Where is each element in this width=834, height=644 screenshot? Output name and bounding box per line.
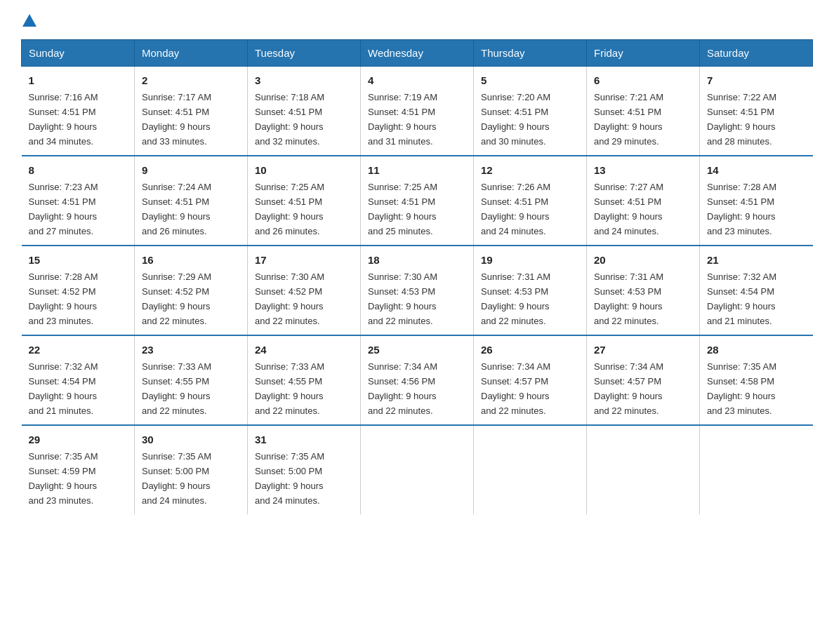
day-cell: 10Sunrise: 7:25 AMSunset: 4:51 PMDayligh…	[248, 156, 361, 246]
day-info: Sunrise: 7:28 AMSunset: 4:52 PMDaylight:…	[29, 271, 98, 326]
day-info: Sunrise: 7:22 AMSunset: 4:51 PMDaylight:…	[707, 92, 776, 147]
day-cell: 11Sunrise: 7:25 AMSunset: 4:51 PMDayligh…	[361, 156, 474, 246]
day-number: 17	[255, 252, 353, 268]
day-cell: 13Sunrise: 7:27 AMSunset: 4:51 PMDayligh…	[587, 156, 700, 246]
week-row-2: 8Sunrise: 7:23 AMSunset: 4:51 PMDaylight…	[22, 156, 813, 246]
day-number: 25	[368, 342, 466, 358]
day-cell: 21Sunrise: 7:32 AMSunset: 4:54 PMDayligh…	[700, 246, 813, 335]
day-info: Sunrise: 7:32 AMSunset: 4:54 PMDaylight:…	[29, 361, 98, 416]
day-cell	[474, 425, 587, 514]
day-info: Sunrise: 7:33 AMSunset: 4:55 PMDaylight:…	[255, 361, 324, 416]
day-number: 13	[594, 162, 692, 178]
day-number: 19	[481, 252, 579, 268]
day-info: Sunrise: 7:25 AMSunset: 4:51 PMDaylight:…	[368, 182, 437, 236]
day-info: Sunrise: 7:20 AMSunset: 4:51 PMDaylight:…	[481, 92, 550, 147]
header-sunday: Sunday	[22, 40, 135, 67]
day-cell: 24Sunrise: 7:33 AMSunset: 4:55 PMDayligh…	[248, 335, 361, 425]
week-row-4: 22Sunrise: 7:32 AMSunset: 4:54 PMDayligh…	[22, 335, 813, 425]
day-info: Sunrise: 7:28 AMSunset: 4:51 PMDaylight:…	[707, 182, 776, 236]
day-info: Sunrise: 7:35 AMSunset: 4:58 PMDaylight:…	[707, 361, 776, 416]
header-saturday: Saturday	[700, 40, 813, 67]
day-number: 2	[142, 72, 240, 88]
day-cell: 16Sunrise: 7:29 AMSunset: 4:52 PMDayligh…	[135, 246, 248, 335]
day-cell: 19Sunrise: 7:31 AMSunset: 4:53 PMDayligh…	[474, 246, 587, 335]
week-row-3: 15Sunrise: 7:28 AMSunset: 4:52 PMDayligh…	[22, 246, 813, 335]
day-number: 21	[707, 252, 806, 268]
day-info: Sunrise: 7:35 AMSunset: 5:00 PMDaylight:…	[255, 451, 324, 506]
day-info: Sunrise: 7:26 AMSunset: 4:51 PMDaylight:…	[481, 182, 550, 236]
day-cell: 8Sunrise: 7:23 AMSunset: 4:51 PMDaylight…	[22, 156, 135, 246]
day-number: 18	[368, 252, 466, 268]
day-cell: 28Sunrise: 7:35 AMSunset: 4:58 PMDayligh…	[700, 335, 813, 425]
day-info: Sunrise: 7:23 AMSunset: 4:51 PMDaylight:…	[29, 182, 98, 236]
header-friday: Friday	[587, 40, 700, 67]
day-cell: 18Sunrise: 7:30 AMSunset: 4:53 PMDayligh…	[361, 246, 474, 335]
day-number: 11	[368, 162, 466, 178]
day-info: Sunrise: 7:25 AMSunset: 4:51 PMDaylight:…	[255, 182, 324, 236]
day-info: Sunrise: 7:27 AMSunset: 4:51 PMDaylight:…	[594, 182, 663, 236]
day-number: 10	[255, 162, 353, 178]
header-thursday: Thursday	[474, 40, 587, 67]
day-info: Sunrise: 7:19 AMSunset: 4:51 PMDaylight:…	[368, 92, 437, 147]
day-cell: 7Sunrise: 7:22 AMSunset: 4:51 PMDaylight…	[700, 67, 813, 156]
day-cell: 2Sunrise: 7:17 AMSunset: 4:51 PMDaylight…	[135, 67, 248, 156]
day-cell: 17Sunrise: 7:30 AMSunset: 4:52 PMDayligh…	[248, 246, 361, 335]
day-number: 27	[594, 342, 692, 358]
day-cell: 12Sunrise: 7:26 AMSunset: 4:51 PMDayligh…	[474, 156, 587, 246]
day-info: Sunrise: 7:29 AMSunset: 4:52 PMDaylight:…	[142, 271, 211, 326]
day-cell	[361, 425, 474, 514]
day-number: 5	[481, 72, 579, 88]
day-number: 9	[142, 162, 240, 178]
day-cell: 3Sunrise: 7:18 AMSunset: 4:51 PMDaylight…	[248, 67, 361, 156]
day-number: 16	[142, 252, 240, 268]
day-info: Sunrise: 7:30 AMSunset: 4:52 PMDaylight:…	[255, 271, 324, 326]
day-number: 22	[29, 342, 128, 358]
day-number: 3	[255, 72, 353, 88]
week-row-5: 29Sunrise: 7:35 AMSunset: 4:59 PMDayligh…	[22, 425, 813, 514]
day-number: 4	[368, 72, 466, 88]
day-number: 24	[255, 342, 353, 358]
day-number: 14	[707, 162, 806, 178]
day-number: 31	[255, 431, 353, 448]
day-number: 1	[29, 72, 128, 88]
header-wednesday: Wednesday	[361, 40, 474, 67]
header-tuesday: Tuesday	[248, 40, 361, 67]
day-info: Sunrise: 7:32 AMSunset: 4:54 PMDaylight:…	[707, 271, 776, 326]
day-cell: 26Sunrise: 7:34 AMSunset: 4:57 PMDayligh…	[474, 335, 587, 425]
day-number: 12	[481, 162, 579, 178]
day-number: 8	[29, 162, 128, 178]
day-info: Sunrise: 7:16 AMSunset: 4:51 PMDaylight:…	[29, 92, 98, 147]
day-info: Sunrise: 7:35 AMSunset: 4:59 PMDaylight:…	[29, 451, 98, 506]
week-row-1: 1Sunrise: 7:16 AMSunset: 4:51 PMDaylight…	[22, 67, 813, 156]
day-cell: 14Sunrise: 7:28 AMSunset: 4:51 PMDayligh…	[700, 156, 813, 246]
day-number: 26	[481, 342, 579, 358]
day-number: 15	[29, 252, 128, 268]
day-info: Sunrise: 7:24 AMSunset: 4:51 PMDaylight:…	[142, 182, 211, 236]
day-cell: 5Sunrise: 7:20 AMSunset: 4:51 PMDaylight…	[474, 67, 587, 156]
day-cell: 29Sunrise: 7:35 AMSunset: 4:59 PMDayligh…	[22, 425, 135, 514]
header-row: SundayMondayTuesdayWednesdayThursdayFrid…	[22, 40, 813, 67]
day-cell: 9Sunrise: 7:24 AMSunset: 4:51 PMDaylight…	[135, 156, 248, 246]
calendar-body: 1Sunrise: 7:16 AMSunset: 4:51 PMDaylight…	[22, 67, 813, 514]
day-cell: 30Sunrise: 7:35 AMSunset: 5:00 PMDayligh…	[135, 425, 248, 514]
day-cell	[587, 425, 700, 514]
day-number: 28	[707, 342, 806, 358]
logo	[21, 14, 38, 27]
day-info: Sunrise: 7:31 AMSunset: 4:53 PMDaylight:…	[594, 271, 663, 326]
day-cell: 15Sunrise: 7:28 AMSunset: 4:52 PMDayligh…	[22, 246, 135, 335]
calendar-table: SundayMondayTuesdayWednesdayThursdayFrid…	[21, 39, 813, 514]
logo-triangle-icon	[22, 14, 37, 27]
day-info: Sunrise: 7:33 AMSunset: 4:55 PMDaylight:…	[142, 361, 211, 416]
day-cell: 4Sunrise: 7:19 AMSunset: 4:51 PMDaylight…	[361, 67, 474, 156]
day-info: Sunrise: 7:35 AMSunset: 5:00 PMDaylight:…	[142, 451, 211, 506]
day-cell: 31Sunrise: 7:35 AMSunset: 5:00 PMDayligh…	[248, 425, 361, 514]
day-info: Sunrise: 7:17 AMSunset: 4:51 PMDaylight:…	[142, 92, 211, 147]
day-cell: 27Sunrise: 7:34 AMSunset: 4:57 PMDayligh…	[587, 335, 700, 425]
day-cell: 23Sunrise: 7:33 AMSunset: 4:55 PMDayligh…	[135, 335, 248, 425]
day-cell: 22Sunrise: 7:32 AMSunset: 4:54 PMDayligh…	[22, 335, 135, 425]
header-monday: Monday	[135, 40, 248, 67]
calendar-header: SundayMondayTuesdayWednesdayThursdayFrid…	[22, 40, 813, 67]
day-cell: 20Sunrise: 7:31 AMSunset: 4:53 PMDayligh…	[587, 246, 700, 335]
day-number: 6	[594, 72, 692, 88]
day-info: Sunrise: 7:34 AMSunset: 4:57 PMDaylight:…	[481, 361, 550, 416]
